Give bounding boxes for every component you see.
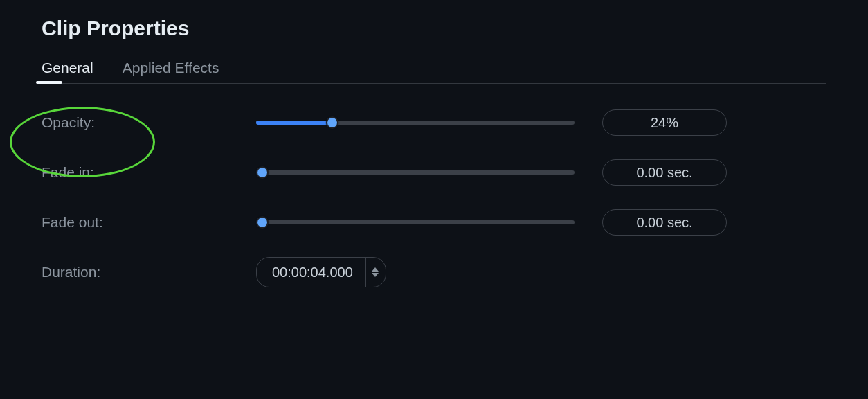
chevron-down-icon[interactable] xyxy=(372,273,379,277)
fade-in-slider-thumb[interactable] xyxy=(256,166,269,179)
opacity-slider-thumb[interactable] xyxy=(326,116,338,129)
fade-out-slider-thumb[interactable] xyxy=(256,216,269,229)
fade-in-slider[interactable] xyxy=(256,170,575,175)
tabs: General Applied Effects xyxy=(42,60,826,84)
duration-value[interactable]: 00:00:04.000 xyxy=(257,258,365,287)
panel-title: Clip Properties xyxy=(42,17,826,40)
row-opacity: Opacity: 24% xyxy=(42,109,826,136)
row-duration: Duration: 00:00:04.000 xyxy=(42,258,826,286)
opacity-slider-track xyxy=(256,121,332,125)
duration-label: Duration: xyxy=(42,264,256,281)
opacity-value[interactable]: 24% xyxy=(602,109,727,136)
row-fade-out: Fade out: 0.00 sec. xyxy=(42,209,826,236)
fade-in-label: Fade in: xyxy=(42,164,256,181)
chevron-up-icon[interactable] xyxy=(372,267,379,272)
duration-input[interactable]: 00:00:04.000 xyxy=(256,257,386,287)
fade-out-label: Fade out: xyxy=(42,214,256,231)
fade-out-slider[interactable] xyxy=(256,220,575,224)
tab-applied-effects[interactable]: Applied Effects xyxy=(123,60,219,83)
row-fade-in: Fade in: 0.00 sec. xyxy=(42,159,826,186)
duration-spinner[interactable] xyxy=(365,258,386,287)
fade-out-value[interactable]: 0.00 sec. xyxy=(602,209,727,236)
opacity-slider[interactable] xyxy=(256,121,575,125)
opacity-label: Opacity: xyxy=(42,114,256,131)
tab-general[interactable]: General xyxy=(42,60,93,83)
fade-in-value[interactable]: 0.00 sec. xyxy=(602,159,727,186)
